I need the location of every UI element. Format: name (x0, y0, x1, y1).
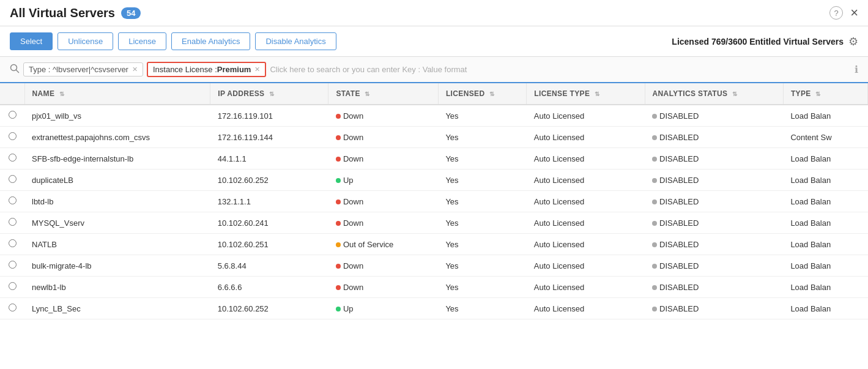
close-button[interactable]: × (850, 5, 858, 21)
row-license-type: Auto Licensed (527, 191, 645, 212)
row-type: Content Sw (783, 127, 867, 148)
svg-line-1 (17, 70, 19, 72)
filter-tag-type[interactable]: Type : ^lbvserver|^csvserver ✕ (23, 62, 143, 76)
table-row: SFB-sfb-edge-internalstun-lb44.1.1.1Down… (0, 148, 868, 170)
row-name: MYSQL_Vserv (24, 212, 210, 234)
row-ip: 44.1.1.1 (210, 148, 328, 170)
close-icon: × (850, 5, 858, 21)
sort-icon-licensetype: ⇅ (595, 91, 599, 97)
sort-icon-name: ⇅ (59, 91, 64, 97)
row-radio[interactable] (0, 212, 24, 234)
row-radio[interactable] (0, 148, 24, 170)
analytics-dot-icon (652, 285, 657, 290)
row-type: Load Balan (783, 191, 867, 212)
row-state: Down (328, 191, 438, 212)
row-analytics-status: DISABLED (645, 105, 783, 127)
settings-button[interactable]: ⚙ (848, 35, 858, 48)
row-analytics-status: DISABLED (645, 298, 783, 319)
disable-analytics-button[interactable]: Disable Analytics (255, 32, 336, 50)
row-name: lbtd-lb (24, 191, 210, 212)
row-licensed: Yes (438, 105, 526, 127)
filter-tag-license[interactable]: Instance License : Premium ✕ (147, 62, 266, 77)
search-icon (10, 64, 20, 76)
row-type: Load Balan (783, 170, 867, 191)
row-radio[interactable] (0, 277, 24, 298)
col-header-licensetype[interactable]: LICENSE TYPE ⇅ (527, 83, 645, 105)
filter-tag-license-val: Premium (217, 65, 251, 74)
table-header-row: NAME ⇅ IP ADDRESS ⇅ STATE ⇅ LICENSED ⇅ L… (0, 83, 868, 105)
enable-analytics-button[interactable]: Enable Analytics (171, 32, 250, 50)
row-license-type: Auto Licensed (527, 234, 645, 255)
state-dot-icon (336, 307, 341, 311)
header-left: All Virtual Servers 54 (10, 6, 141, 20)
table-container: NAME ⇅ IP ADDRESS ⇅ STATE ⇅ LICENSED ⇅ L… (0, 83, 868, 319)
row-licensed: Yes (438, 298, 526, 319)
analytics-dot-icon (652, 264, 657, 269)
row-radio[interactable] (0, 170, 24, 191)
unlicense-button[interactable]: Unlicense (57, 32, 113, 50)
row-analytics-status: DISABLED (645, 191, 783, 212)
state-dot-icon (336, 157, 341, 162)
virtual-servers-table: NAME ⇅ IP ADDRESS ⇅ STATE ⇅ LICENSED ⇅ L… (0, 83, 868, 319)
row-ip: 10.102.60.252 (210, 298, 328, 319)
row-license-type: Auto Licensed (527, 148, 645, 170)
row-state: Up (328, 298, 438, 319)
license-info: Licensed 769/3600 Entitled Virtual Serve… (672, 37, 844, 47)
sort-icon-ip: ⇅ (269, 91, 274, 97)
row-analytics-status: DISABLED (645, 170, 783, 191)
table-row: lbtd-lb132.1.1.1DownYesAuto LicensedDISA… (0, 191, 868, 212)
row-radio[interactable] (0, 255, 24, 277)
search-placeholder[interactable]: Click here to search or you can enter Ke… (270, 65, 467, 74)
col-header-checkbox (0, 83, 24, 105)
analytics-dot-icon (652, 135, 657, 140)
state-dot-icon (336, 199, 341, 204)
row-name: pjx01_wilb_vs (24, 105, 210, 127)
row-radio[interactable] (0, 105, 24, 127)
row-licensed: Yes (438, 191, 526, 212)
col-header-licensed[interactable]: LICENSED ⇅ (438, 83, 526, 105)
row-license-type: Auto Licensed (527, 277, 645, 298)
row-ip: 172.16.119.101 (210, 105, 328, 127)
state-dot-icon (336, 221, 341, 226)
analytics-dot-icon (652, 114, 657, 119)
table-row: pjx01_wilb_vs172.16.119.101DownYesAuto L… (0, 105, 868, 127)
col-header-ip[interactable]: IP ADDRESS ⇅ (210, 83, 328, 105)
table-row: newlb1-lb6.6.6.6DownYesAuto LicensedDISA… (0, 277, 868, 298)
row-name: bulk-migrate-4-lb (24, 255, 210, 277)
col-header-analytics[interactable]: ANALYTICS STATUS ⇅ (645, 83, 783, 105)
row-radio[interactable] (0, 298, 24, 319)
row-licensed: Yes (438, 277, 526, 298)
row-radio[interactable] (0, 127, 24, 148)
row-license-type: Auto Licensed (527, 105, 645, 127)
row-state: Down (328, 127, 438, 148)
row-ip: 132.1.1.1 (210, 191, 328, 212)
state-dot-icon (336, 285, 341, 290)
row-ip: 6.6.6.6 (210, 277, 328, 298)
row-license-type: Auto Licensed (527, 170, 645, 191)
sort-icon-state: ⇅ (365, 91, 369, 97)
row-ip: 10.102.60.241 (210, 212, 328, 234)
select-button[interactable]: Select (10, 32, 53, 50)
row-name: NATLB (24, 234, 210, 255)
row-analytics-status: DISABLED (645, 255, 783, 277)
row-radio[interactable] (0, 234, 24, 255)
table-row: extranettest.papajohns.com_csvs172.16.11… (0, 127, 868, 148)
help-button[interactable]: ? (829, 6, 843, 20)
row-analytics-status: DISABLED (645, 127, 783, 148)
row-name: newlb1-lb (24, 277, 210, 298)
row-licensed: Yes (438, 234, 526, 255)
col-header-type[interactable]: TYPE ⇅ (783, 83, 867, 105)
row-licensed: Yes (438, 212, 526, 234)
license-button[interactable]: License (118, 32, 166, 50)
row-state: Down (328, 105, 438, 127)
table-row: bulk-migrate-4-lb5.6.8.44DownYesAuto Lic… (0, 255, 868, 277)
filter-tag-close-icon[interactable]: ✕ (132, 65, 138, 73)
analytics-dot-icon (652, 242, 657, 247)
row-ip: 172.16.119.144 (210, 127, 328, 148)
row-radio[interactable] (0, 191, 24, 212)
row-name: extranettest.papajohns.com_csvs (24, 127, 210, 148)
col-header-state[interactable]: STATE ⇅ (328, 83, 438, 105)
filter-tag-license-close-icon[interactable]: ✕ (254, 65, 260, 73)
col-header-name[interactable]: NAME ⇅ (24, 83, 210, 105)
state-dot-icon (336, 178, 341, 183)
